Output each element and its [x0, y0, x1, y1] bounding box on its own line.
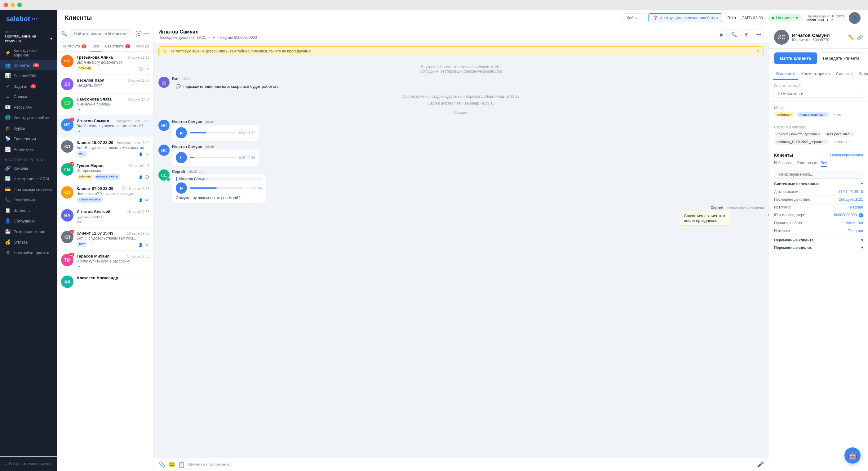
integration-icon: 🔄 — [5, 176, 10, 181]
more-icon[interactable]: ••• — [144, 31, 149, 37]
sidebar-item-constructor-funnels[interactable]: ⚡ Конструктор воронок — [0, 46, 57, 60]
list-item[interactable]: КЛ 3 Клиент 12.07 15:43 18 авг. в 19:00 … — [57, 228, 153, 251]
sidebar-item-lists[interactable]: ≡ Списки — [0, 91, 57, 102]
sidebar-item-payment-systems[interactable]: 💳 Платежные системы — [0, 184, 57, 195]
vk-icon: Vk — [76, 219, 82, 224]
remove-list-button[interactable]: × — [818, 132, 819, 136]
add-tag-button[interactable]: + тег — [831, 112, 844, 117]
list-item[interactable]: КЛ Клиент 07.09 23:29 🕐 19 авг. в 13:28 … — [57, 183, 153, 206]
list-item[interactable]: ИА Игнатов Алексей 18 авг. в 12:56 Где в… — [57, 206, 153, 228]
remove-tag-button[interactable]: × — [825, 113, 827, 116]
sidebar-item-telephony[interactable]: 📞 Телефония — [0, 195, 57, 205]
notification-bar: ⭐ На тестовую ещё не дозвонились, там та… — [158, 46, 764, 56]
close-icon[interactable]: ✕ — [757, 49, 760, 53]
list-item[interactable]: ГМ 17 Гущин Мирон 20 авг. в 7:48 Интерес… — [57, 160, 153, 183]
status-dot — [772, 17, 774, 19]
cases-button[interactable]: Кейсы — [622, 13, 643, 22]
list-chip: Клиенты юриста Руслана × — [774, 131, 823, 137]
play-button[interactable]: ▶ — [176, 127, 187, 138]
remove-list-button[interactable]: × — [850, 132, 852, 136]
tab-mine[interactable]: Мои 28 — [133, 41, 152, 52]
tab-no-answer[interactable]: Без ответа 2 — [102, 41, 133, 52]
attachment-icon[interactable]: 📎 — [158, 461, 165, 468]
maximize-btn[interactable] — [18, 3, 22, 7]
list-item[interactable]: ВК Веселов Карл Вчера в 11:07 Как дела, … — [57, 75, 153, 94]
remove-tag-button[interactable]: × — [790, 113, 793, 116]
template-icon[interactable]: 📋 — [178, 461, 185, 468]
chat-icon[interactable]: 💬 — [135, 31, 142, 37]
list-item[interactable]: АА Алексеев Александр — [57, 272, 153, 291]
tab-comments[interactable]: Комментарии 3 — [798, 68, 833, 80]
sidebar-item-channels[interactable]: 🔗 Каналы — [0, 163, 57, 173]
minimize-btn[interactable] — [10, 3, 15, 7]
chat-panel: Игнатов Самуил Последнее действие: 18:21… — [153, 26, 769, 471]
add-list-button[interactable]: + список — [831, 139, 850, 145]
tab-deals[interactable]: Сделки 2 — [833, 68, 856, 80]
search-icon[interactable]: 🔍 — [729, 29, 739, 39]
filter-btn[interactable]: ⚙ Фильтр 2 — [60, 41, 90, 52]
tab-others[interactable]: Чужие 0 — [152, 41, 153, 52]
add-variable-button[interactable]: + + Новая переменная — [824, 153, 863, 157]
chevron-down-icon[interactable]: ▾ — [768, 212, 769, 218]
chevron-up-icon[interactable]: ^ — [861, 182, 863, 186]
filter-tabs: ⚙ Фильтр 2 Все Без ответа 2 Мои 28 Чужие — [57, 41, 153, 52]
list-item[interactable]: СЗ Самсонова Злата Вчера в 20:34 Мне нуж… — [57, 94, 153, 115]
pause-button[interactable]: ⏸ — [176, 152, 187, 163]
var-tab-system[interactable]: Системные — [797, 161, 817, 167]
list-item[interactable]: ТМ 17 Тарасов Михаил 17 авг. в 12:35 Я х… — [57, 251, 153, 272]
person-icon: 👤 — [138, 198, 143, 203]
list-item[interactable]: ФТ Третьякова Алика Вчера в 12:16 Вы: я … — [57, 52, 153, 75]
chat-messages: Внутренний номет ответившего абонента: 2… — [153, 59, 769, 458]
list-item[interactable]: КЛ Клиент 15.07 23:29 Воскресенье в 18:0… — [57, 137, 153, 160]
sidebar-item-broadcasts[interactable]: 📡 Трансляции — [0, 134, 57, 144]
var-tab-favorites[interactable]: Избранные — [774, 161, 794, 167]
telegram-icon: ✈ — [145, 66, 149, 71]
list-item[interactable]: ИС 2 Игнатов Самуил Воскресенье в 19:18 … — [57, 115, 153, 137]
close-btn[interactable] — [4, 3, 8, 7]
layout-icon[interactable]: ⊞ — [742, 29, 751, 39]
sidebar-item-crm-integration[interactable]: 🔄 Интеграция с CRM — [0, 173, 57, 184]
play-button[interactable]: ▶ — [176, 182, 187, 194]
tab-tasks[interactable]: Задачи 4 — [856, 68, 868, 80]
deals-vars-title: Переменные сделок ▾ — [774, 245, 863, 250]
edit-icon[interactable]: ✏️ — [848, 34, 855, 40]
sidebar-item-project-settings[interactable]: ⚙ Настройки проекта — [0, 247, 57, 258]
customize-menu-link[interactable]: ≡ Настроить пункты меню — [5, 462, 52, 466]
mic-icon[interactable]: 🎤 — [757, 461, 764, 468]
sidebar-item-templates[interactable]: 📋 Шаблоны — [0, 205, 57, 216]
variable-search-input[interactable] — [774, 170, 863, 179]
floating-bot-button[interactable]: 🤖 — [844, 447, 861, 464]
sidebar-item-salebotcrm[interactable]: 📊 SalebotCRM — [0, 70, 57, 81]
sidebar-item-mailings[interactable]: 📧 Рассылки — [0, 102, 57, 112]
user-avatar[interactable]: 👤 — [849, 12, 861, 24]
sidebar-item-employees[interactable]: 👤 Сотрудники — [0, 216, 57, 226]
more-icon[interactable]: ••• — [754, 29, 764, 39]
sidebar-item-analytics[interactable]: 📈 Аналитика — [0, 144, 57, 154]
project-selector[interactable]: Приглашение на семинар ▾ — [5, 34, 52, 43]
sidebar-item-site-builder[interactable]: 🌐 Конструктор сайтов — [0, 112, 57, 123]
tab-all[interactable]: Все — [90, 41, 102, 52]
var-tab-all[interactable]: Все — [820, 161, 827, 167]
responsible-selector[interactable]: ? Не указан ▾ — [774, 90, 863, 98]
instruction-button[interactable]: ❓ Инструкция по созданию ботов — [648, 13, 723, 22]
tab-about-client[interactable]: О клиенте — [773, 68, 798, 80]
play-icon[interactable]: ▶ — [717, 29, 726, 39]
sidebar-item-clients[interactable]: 👥 Клиенты 16 — [0, 60, 57, 70]
status-badge[interactable]: На смене ▾ — [768, 14, 801, 22]
link-icon[interactable]: 🔗 — [857, 34, 863, 40]
language-selector[interactable]: RU ▾ — [727, 16, 737, 20]
chevron-down-icon[interactable]: ▾ — [861, 238, 863, 242]
sidebar-item-backup[interactable]: 💾 Резервная копия — [0, 226, 57, 237]
msg-icon: 💬 — [145, 175, 149, 180]
sidebar-item-courses[interactable]: 🎓 Курсы — [0, 123, 57, 134]
remove-list-button[interactable]: × — [824, 140, 826, 144]
sidebar-item-payment[interactable]: 💰 Оплата — [0, 237, 57, 247]
take-client-button[interactable]: Взять клиента — [774, 53, 817, 64]
transfer-client-button[interactable]: Передать клиента — [819, 53, 863, 64]
search-input[interactable] — [70, 29, 133, 38]
chat-input[interactable] — [188, 462, 754, 467]
chevron-down-icon[interactable]: ▾ — [861, 245, 863, 250]
audio-waveform — [190, 157, 236, 158]
emoji-icon[interactable]: 😊 — [168, 461, 175, 468]
sidebar-item-tasks[interactable]: ✓ Задачи 3 — [0, 81, 57, 91]
